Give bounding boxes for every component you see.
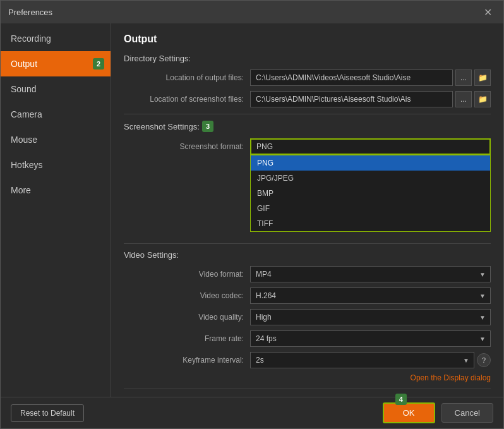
screenshot-files-input[interactable] bbox=[250, 91, 453, 107]
page-title: Output bbox=[124, 33, 491, 45]
sidebar-item-label: Camera bbox=[11, 109, 42, 119]
video-format-dropdown-wrap: MP4 ▼ bbox=[250, 266, 491, 282]
main-content: Recording Output 2 Sound Camera Mouse Ho… bbox=[1, 23, 503, 397]
frame-rate-row: Frame rate: 24 fps ▼ bbox=[124, 330, 491, 347]
screenshot-format-options: PNG JPG/JPEG BMP GIF TIFF bbox=[250, 155, 491, 232]
option-gif[interactable]: GIF bbox=[251, 201, 490, 216]
sidebar-item-label: Sound bbox=[11, 84, 36, 94]
sidebar-item-camera[interactable]: Camera bbox=[1, 102, 111, 127]
sidebar-item-sound[interactable]: Sound bbox=[1, 76, 111, 102]
output-browse-folder-button[interactable]: 📁 bbox=[474, 69, 491, 86]
output-browse-dots-button[interactable]: ... bbox=[455, 69, 472, 86]
screenshot-browse-dots-button[interactable]: ... bbox=[455, 91, 472, 107]
keyframe-dropdown[interactable]: 2s bbox=[250, 352, 474, 368]
video-quality-label: Video quality: bbox=[124, 313, 250, 322]
sidebar-item-recording[interactable]: Recording bbox=[1, 26, 111, 51]
screenshot-format-selected[interactable]: PNG bbox=[250, 138, 491, 155]
content-area: Output Directory Settings: Location of o… bbox=[111, 23, 503, 397]
keyframe-help-button[interactable]: ? bbox=[477, 353, 491, 367]
sidebar-item-hotkeys[interactable]: Hotkeys bbox=[1, 152, 111, 178]
video-quality-row: Video quality: High ▼ bbox=[124, 309, 491, 325]
sidebar-item-label: Output bbox=[11, 59, 37, 69]
screenshot-files-controls: ... 📁 bbox=[250, 91, 491, 107]
ok-badge: 4 bbox=[395, 394, 407, 405]
frame-rate-label: Frame rate: bbox=[124, 334, 250, 343]
video-section-title: Video Settings: bbox=[124, 250, 491, 260]
footer-actions: 4 OK Cancel bbox=[383, 402, 493, 423]
output-files-input[interactable] bbox=[250, 69, 453, 86]
video-codec-dropdown[interactable]: H.264 bbox=[250, 287, 491, 304]
video-format-label: Video format: bbox=[124, 270, 250, 279]
folder-icon: 📁 bbox=[478, 73, 488, 82]
video-quality-dropdown[interactable]: High bbox=[250, 309, 491, 325]
frame-rate-dropdown[interactable]: 24 fps bbox=[250, 330, 491, 347]
display-dialog-link[interactable]: Open the Display dialog bbox=[124, 373, 491, 382]
sidebar: Recording Output 2 Sound Camera Mouse Ho… bbox=[1, 23, 111, 397]
reset-to-default-button[interactable]: Reset to Default bbox=[11, 404, 84, 422]
screenshot-format-label: Screenshot format: bbox=[124, 142, 250, 151]
screenshot-format-row: Screenshot format: PNG PNG JPG/JPEG BMP … bbox=[124, 138, 491, 155]
preferences-window: Preferences ✕ Recording Output 2 Sound C… bbox=[0, 0, 504, 429]
video-format-row: Video format: MP4 ▼ bbox=[124, 266, 491, 282]
option-jpg[interactable]: JPG/JPEG bbox=[251, 171, 490, 186]
video-quality-dropdown-wrap: High ▼ bbox=[250, 309, 491, 325]
video-codec-dropdown-wrap: H.264 ▼ bbox=[250, 287, 491, 304]
sidebar-item-label: Recording bbox=[11, 33, 51, 44]
screenshot-badge: 3 bbox=[202, 121, 213, 132]
option-bmp[interactable]: BMP bbox=[251, 186, 490, 201]
video-codec-label: Video codec: bbox=[124, 291, 250, 300]
keyframe-label: Keyframe interval: bbox=[124, 356, 250, 365]
footer: Reset to Default 4 OK Cancel bbox=[1, 397, 503, 428]
window-title: Preferences bbox=[8, 8, 52, 17]
video-format-dropdown[interactable]: MP4 bbox=[250, 266, 491, 282]
frame-rate-dropdown-wrap: 24 fps ▼ bbox=[250, 330, 491, 347]
sidebar-item-more[interactable]: More bbox=[1, 178, 111, 203]
screenshot-files-label: Location of screenshot files: bbox=[124, 95, 250, 104]
screenshot-files-row: Location of screenshot files: ... 📁 bbox=[124, 91, 491, 107]
video-codec-row: Video codec: H.264 ▼ bbox=[124, 287, 491, 304]
output-files-row: Location of output files: ... 📁 bbox=[124, 69, 491, 86]
sidebar-item-label: Hotkeys bbox=[11, 160, 43, 170]
keyframe-row: Keyframe interval: 2s ▼ ? bbox=[124, 352, 491, 368]
directory-section-title: Directory Settings: bbox=[124, 54, 491, 63]
sidebar-item-label: More bbox=[11, 185, 31, 195]
output-files-label: Location of output files: bbox=[124, 73, 250, 82]
option-png[interactable]: PNG bbox=[251, 155, 490, 171]
close-button[interactable]: ✕ bbox=[480, 5, 496, 20]
sidebar-item-mouse[interactable]: Mouse bbox=[1, 127, 111, 152]
output-files-controls: ... 📁 bbox=[250, 69, 491, 86]
screenshot-section-title: Screenshot Settings: bbox=[124, 122, 200, 131]
ok-button[interactable]: OK bbox=[383, 402, 435, 423]
keyframe-dropdown-wrap: 2s ▼ bbox=[250, 352, 474, 368]
sidebar-item-label: Mouse bbox=[11, 135, 37, 145]
folder-icon: 📁 bbox=[478, 95, 488, 104]
option-tiff[interactable]: TIFF bbox=[251, 216, 490, 231]
cancel-button[interactable]: Cancel bbox=[441, 403, 493, 423]
title-bar: Preferences ✕ bbox=[1, 1, 503, 23]
screenshot-browse-folder-button[interactable]: 📁 bbox=[474, 91, 491, 107]
sidebar-item-output[interactable]: Output 2 bbox=[1, 51, 111, 76]
output-badge: 2 bbox=[93, 58, 104, 69]
screenshot-format-dropdown-wrap: PNG PNG JPG/JPEG BMP GIF TIFF bbox=[250, 138, 491, 155]
